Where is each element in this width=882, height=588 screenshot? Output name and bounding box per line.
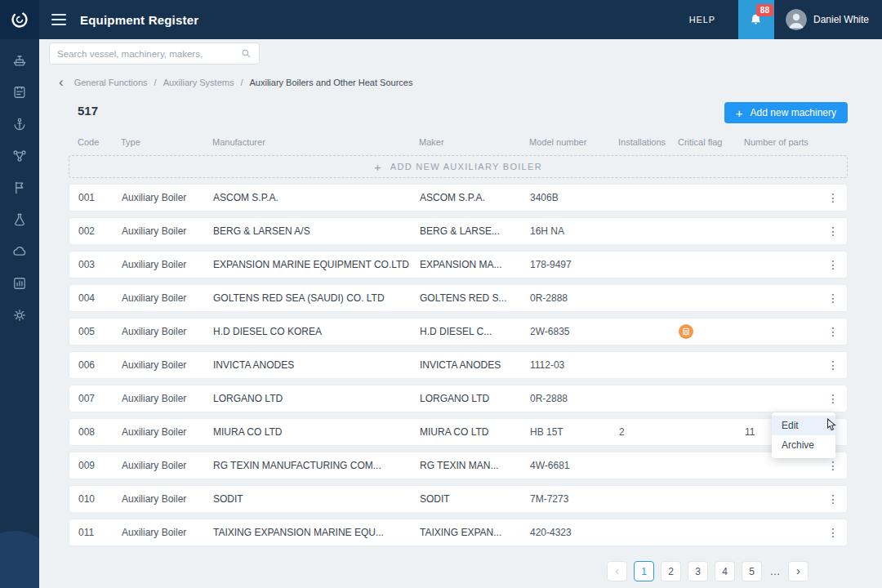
cell-manufacturer: H.D DIESEL CO KOREA	[213, 326, 420, 337]
column-header-model: Model number	[529, 137, 618, 147]
cell-maker: MIURA CO LTD	[420, 426, 530, 438]
row-menu-button[interactable]: ⋮	[826, 191, 844, 204]
sidebar-item-vessels[interactable]	[11, 51, 29, 69]
breadcrumb-item[interactable]: Auxiliary Systems	[163, 78, 234, 87]
cell-maker: ASCOM S.P.A.	[420, 192, 530, 203]
notifications-button[interactable]: 88	[738, 0, 774, 39]
sidebar-item-reports[interactable]	[11, 274, 29, 292]
cell-code: 009	[78, 460, 122, 471]
table-row[interactable]: 011 Auxiliary Boiler TAIXING EXPANSION M…	[69, 519, 848, 546]
user-menu[interactable]: Daniel White	[786, 9, 869, 30]
sidebar-item-flags[interactable]	[11, 179, 29, 197]
pagination-page-4[interactable]: 4	[715, 561, 735, 581]
table-row[interactable]: 006 Auxiliary Boiler INVICTA ANODES INVI…	[69, 351, 848, 379]
cell-type: Auxiliary Boiler	[122, 393, 213, 404]
cell-type: Auxiliary Boiler	[122, 326, 213, 337]
pagination-ellipsis: …	[768, 565, 782, 577]
cell-model: 0R-2888	[530, 393, 619, 404]
help-link[interactable]: HELP	[689, 15, 715, 24]
anchor-icon	[11, 116, 28, 132]
pagination-page-5[interactable]: 5	[742, 561, 762, 581]
table-row[interactable]: 009 Auxiliary Boiler RG TEXIN MANUFACTUR…	[69, 452, 848, 479]
breadcrumb: ‹ General Functions / Auxiliary Systems …	[59, 75, 412, 89]
table-row[interactable]: 010 Auxiliary Boiler SODIT SODIT 7M-7273…	[69, 485, 848, 513]
pagination-page-1[interactable]: 1	[634, 561, 654, 581]
table-row[interactable]: 003 Auxiliary Boiler EXPANSION MARINE EQ…	[69, 251, 848, 278]
app-logo[interactable]	[0, 0, 39, 39]
row-menu-button[interactable]: ⋮	[826, 492, 844, 506]
cell-manufacturer: ASCOM S.P.A.	[213, 192, 420, 203]
cell-code: 003	[78, 259, 122, 270]
table-row[interactable]: 005 Auxiliary Boiler H.D DIESEL CO KOREA…	[69, 318, 848, 345]
row-menu-button[interactable]: ⋮	[826, 325, 844, 338]
column-header-maker: Maker	[419, 137, 529, 147]
sidebar-item-planner[interactable]	[11, 83, 29, 101]
add-row-label: ADD NEW AUXILIARY BOILER	[390, 162, 542, 172]
sidebar-item-network[interactable]	[11, 147, 29, 165]
cell-installations: 2	[619, 426, 679, 438]
cell-code: 002	[78, 225, 122, 237]
breadcrumb-separator: /	[154, 78, 157, 87]
page-title: Equipment Register	[80, 13, 198, 27]
row-menu-button[interactable]: ⋮	[826, 459, 844, 472]
table-body: 001 Auxiliary Boiler ASCOM S.P.A. ASCOM …	[69, 184, 848, 546]
pagination-page-2[interactable]: 2	[661, 561, 681, 581]
pagination-next-button[interactable]: ›	[788, 561, 808, 581]
breadcrumb-item[interactable]: General Functions	[74, 78, 148, 87]
cell-model: HB 15T	[530, 426, 619, 438]
context-menu-item-edit[interactable]: Edit	[772, 416, 835, 435]
add-auxiliary-boiler-row[interactable]: + ADD NEW AUXILIARY BOILER	[69, 155, 848, 178]
cell-code: 006	[78, 359, 122, 371]
sidebar-item-lab[interactable]	[11, 211, 29, 229]
cell-type: Auxiliary Boiler	[122, 460, 213, 471]
cell-maker: TAIXING EXPAN...	[420, 527, 530, 538]
cell-maker: BERG & LARSE...	[420, 225, 530, 237]
cell-code: 010	[78, 493, 122, 505]
row-menu-button[interactable]: ⋮	[826, 359, 844, 372]
critical-flag-icon	[679, 324, 693, 339]
sidebar-decoration	[0, 531, 39, 588]
pagination-page-3[interactable]: 3	[688, 561, 708, 581]
table-row[interactable]: 001 Auxiliary Boiler ASCOM S.P.A. ASCOM …	[69, 184, 848, 212]
cell-model: 3406B	[530, 192, 619, 203]
cell-maker: INVICTA ANODES	[420, 359, 530, 371]
row-menu-button[interactable]: ⋮	[826, 392, 844, 405]
plus-icon: +	[374, 160, 381, 174]
table-row[interactable]: 004 Auxiliary Boiler GOLTENS RED SEA (SA…	[69, 284, 848, 312]
search-icon	[241, 48, 252, 59]
table-row[interactable]: 008 Auxiliary Boiler MIURA CO LTD MIURA …	[69, 418, 848, 446]
table-row[interactable]: 007 Auxiliary Boiler LORGANO LTD LORGANO…	[69, 385, 848, 412]
cell-type: Auxiliary Boiler	[122, 292, 213, 304]
cell-type: Auxiliary Boiler	[122, 359, 213, 371]
row-menu-button[interactable]: ⋮	[826, 225, 844, 238]
sidebar-item-settings[interactable]	[11, 306, 29, 324]
menu-toggle-button[interactable]	[51, 14, 66, 25]
row-menu-button[interactable]: ⋮	[826, 258, 844, 271]
sidebar-item-machinery[interactable]	[11, 115, 29, 133]
add-machinery-button[interactable]: + Add new machinery	[724, 102, 848, 123]
breadcrumb-current[interactable]: Auxiliary Boilers and Other Heat Sources	[249, 78, 412, 87]
back-chevron-icon[interactable]: ‹	[59, 75, 64, 89]
planner-icon	[11, 84, 28, 100]
pagination-prev-button[interactable]: ‹	[607, 561, 627, 581]
context-menu-item-archive[interactable]: Archive	[772, 435, 835, 455]
cell-manufacturer: RG TEXIN MANUFACTURING COM...	[213, 460, 420, 471]
cell-type: Auxiliary Boiler	[122, 527, 213, 538]
column-header-code: Code	[78, 137, 121, 147]
cell-manufacturer: SODIT	[213, 493, 420, 505]
cell-critical-flag	[679, 324, 745, 339]
cell-type: Auxiliary Boiler	[122, 493, 213, 505]
column-header-parts: Number of parts	[744, 137, 823, 147]
cell-maker: SODIT	[420, 493, 530, 505]
search-input[interactable]	[57, 49, 236, 59]
row-menu-button[interactable]: ⋮	[826, 526, 844, 539]
avatar	[786, 9, 807, 30]
row-menu-button[interactable]: ⋮	[826, 292, 844, 305]
app-window: Equipment Register HELP 88 Daniel White	[0, 0, 882, 588]
cell-type: Auxiliary Boiler	[122, 426, 213, 438]
cell-manufacturer: TAIXING EXPANSION MARINE EQU...	[213, 527, 420, 538]
cell-model: 2W-6835	[530, 326, 619, 337]
network-icon	[11, 148, 28, 164]
table-row[interactable]: 002 Auxiliary Boiler BERG & LARSEN A/S B…	[69, 217, 848, 245]
sidebar-item-cloud[interactable]	[11, 243, 29, 261]
